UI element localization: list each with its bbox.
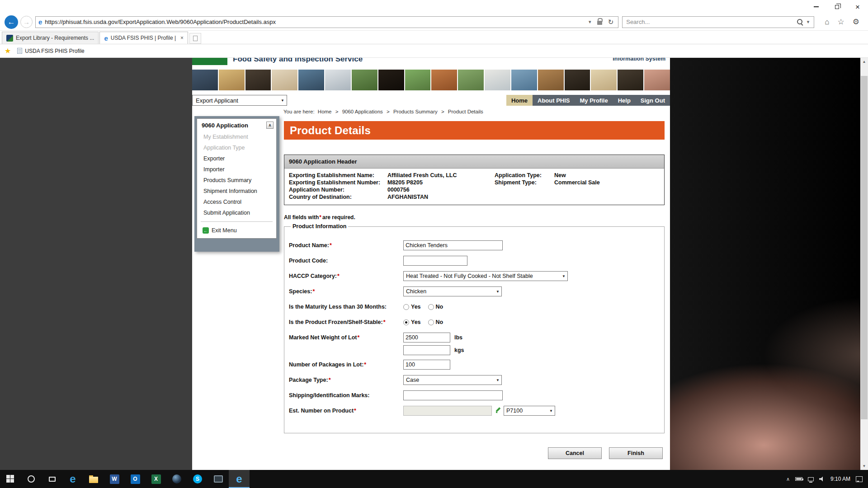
maturity-no-radio[interactable] [428,304,434,310]
frozen-yes-radio[interactable] [403,319,409,325]
net-weight-lbs-input[interactable] [403,333,450,343]
network-icon[interactable] [808,477,814,481]
shipping-marks-input[interactable] [403,390,503,400]
net-weight-kgs-input[interactable] [403,345,450,355]
usda-logo [192,58,227,65]
cortana-button[interactable] [21,470,42,488]
search-input[interactable] [626,19,795,25]
search-icon[interactable] [797,19,803,25]
url-dropdown-caret-icon[interactable]: ▾ [586,19,594,25]
task-view-icon [49,477,56,482]
taskbar-edge[interactable]: e [62,470,83,488]
tray-chevron-icon[interactable]: ∧ [786,476,790,482]
menu-sign-out[interactable]: Sign Out [636,95,670,106]
breadcrumb-separator: > [387,109,390,114]
task-view-button[interactable] [42,470,62,488]
favorites-bar-star-icon[interactable]: ★ [5,47,11,55]
product-code-input[interactable] [403,256,467,266]
required-fields-note: All fields with*are required. [284,214,665,221]
product-code-row: Product Code: [289,256,664,266]
new-tab-icon [193,36,198,41]
scrollbar-thumb[interactable] [861,76,868,419]
taskbar-app-window[interactable] [208,470,229,488]
home-icon[interactable]: ⌂ [821,18,833,27]
window-minimize-button[interactable] [806,0,826,14]
menu-home[interactable]: Home [506,95,533,106]
cancel-button[interactable]: Cancel [548,447,602,459]
field-label: Exporting Establishment Name: [289,172,387,179]
favorite-usda-phis[interactable]: USDA FSIS PHIS Profile [14,47,87,56]
maturity-yes-radio[interactable] [403,304,409,310]
url-input[interactable] [45,19,586,25]
field-label: Application Type: [495,172,554,179]
product-name-input[interactable] [403,240,503,250]
packages-in-lot-row: Number of Packages in Lot:* [289,360,664,370]
taskbar-excel[interactable]: X [146,470,166,488]
search-caret-icon[interactable]: ▾ [804,19,812,25]
window-close-button[interactable]: × [847,0,868,14]
battery-icon[interactable] [795,477,802,481]
clock[interactable]: 9:10 AM [830,476,850,482]
breadcrumb-home[interactable]: Home [318,109,332,114]
new-tab-button[interactable] [189,33,201,44]
window-restore-button[interactable] [826,0,847,14]
applicant-role-select[interactable]: Export Applicant ▼ [192,95,287,106]
field-label: Shipping/Identification Marks: [289,392,403,399]
menu-my-profile[interactable]: My Profile [575,95,613,106]
collapse-menu-button[interactable]: ∧ [266,122,274,129]
finish-button[interactable]: Finish [609,447,663,459]
haccp-category-select[interactable]: Heat Treated - Not Fully Cooked - Not Sh… [403,271,568,281]
label-text: Product Code: [289,258,328,264]
est-number-select[interactable]: P7100 ▼ [504,406,555,416]
action-center-icon[interactable] [856,476,863,482]
top-nav-row: Export Applicant ▼ Home About PHIS My Pr… [192,95,670,106]
taskbar-globe-app[interactable] [166,470,187,488]
edit-pencil-icon[interactable] [494,407,501,415]
menu-help[interactable]: Help [613,95,636,106]
label-text: Shipping/Identification Marks: [289,392,369,399]
frozen-no-radio[interactable] [428,319,434,325]
close-icon: × [855,3,860,11]
taskbar-outlook[interactable]: O [125,470,146,488]
browser-forward-button[interactable]: → [20,16,33,28]
sidebar-item-exit-menu[interactable]: ← Exit Menu [197,225,276,238]
label-text: Is the Product Frozen/Shelf-Stable: [289,319,383,325]
start-button[interactable] [0,470,21,488]
select-arrow-icon: ▼ [281,99,284,103]
package-type-row: Package Type:* Case ▼ [289,375,664,385]
application-header-left: Exporting Establishment Name:Affiliated … [289,172,495,201]
tab-export-library[interactable]: Export Library - Requirements ... [2,32,99,44]
packages-in-lot-input[interactable] [403,360,450,370]
sidebar-item-importer[interactable]: Importer [197,164,276,175]
sidebar-item-shipment-information[interactable]: Shipment Information [197,186,276,197]
settings-gear-icon[interactable]: ⚙ [849,17,863,27]
refresh-icon[interactable]: ↻ [605,18,617,26]
tab-close-icon[interactable]: × [180,35,184,41]
sidebar-divider [201,221,273,222]
species-select[interactable]: Chicken ▼ [403,286,502,296]
breadcrumb-prefix: You are here: [283,109,315,114]
taskbar-word[interactable]: W [104,470,125,488]
species-value: Chicken [406,288,426,295]
sidebar-item-exporter[interactable]: Exporter [197,153,276,164]
favorites-star-icon[interactable]: ☆ [834,17,849,27]
taskbar-skype[interactable]: S [187,470,208,488]
scroll-down-button[interactable]: ▼ [860,462,868,470]
tab-usda-fsis-phis[interactable]: e USDA FSIS PHIS | Profile | × [99,32,188,44]
package-type-select[interactable]: Case ▼ [403,375,502,385]
sidebar-item-access-control[interactable]: Access Control [197,197,276,207]
breadcrumb-products-summary[interactable]: Products Summary [393,109,438,114]
field-label: Package Type:* [289,377,403,384]
breadcrumb-9060-applications[interactable]: 9060 Applications [342,109,383,114]
taskbar-internet-explorer[interactable]: e [229,470,250,488]
banner-photo [298,70,324,90]
menu-about-phis[interactable]: About PHIS [533,95,575,106]
vertical-scrollbar[interactable]: ▲ ▼ [860,58,868,470]
volume-icon[interactable] [819,476,825,482]
sidebar-item-submit-application[interactable]: Submit Application [197,207,276,218]
sidebar-item-products-summary[interactable]: Products Summary [197,175,276,186]
browser-back-button[interactable]: ← [5,15,18,29]
taskbar-file-explorer[interactable] [83,470,104,488]
scroll-up-button[interactable]: ▲ [860,58,868,66]
field-label: Exporting Establishment Number: [289,179,387,186]
